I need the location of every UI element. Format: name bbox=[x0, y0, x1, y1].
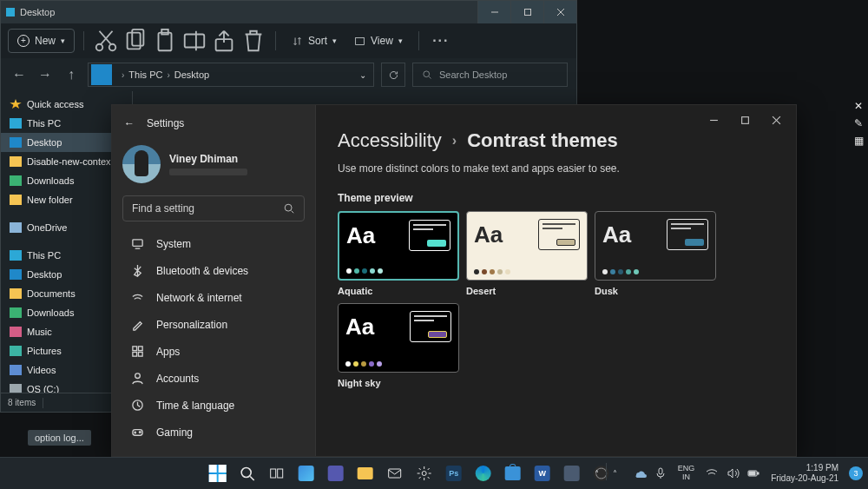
explorer-minimize-button[interactable] bbox=[477, 1, 510, 23]
settings-nav-gaming[interactable]: Gaming bbox=[122, 419, 305, 446]
close-icon[interactable]: ✕ bbox=[852, 100, 865, 114]
svg-rect-43 bbox=[749, 472, 755, 475]
forward-button[interactable]: → bbox=[36, 65, 55, 84]
store-icon[interactable] bbox=[500, 460, 526, 486]
theme-aquatic[interactable]: Aa bbox=[338, 211, 459, 281]
find-setting-input[interactable]: Find a setting bbox=[122, 195, 305, 221]
mail-icon[interactable] bbox=[382, 460, 408, 486]
breadcrumb-accessibility[interactable]: Accessibility bbox=[338, 129, 442, 152]
taskbar-search-icon[interactable] bbox=[234, 460, 260, 486]
explorer-search-input[interactable]: Search Desktop bbox=[412, 63, 568, 87]
settings-close-button[interactable] bbox=[761, 110, 791, 129]
svg-rect-28 bbox=[133, 352, 137, 356]
settings-breadcrumb: Accessibility › Contrast themes bbox=[338, 129, 773, 152]
explorer-toolbar: + New ▾ Sort ▾ View ▾ ··· bbox=[1, 23, 576, 58]
settings-nav-time[interactable]: Time & language bbox=[122, 392, 305, 419]
paste-icon[interactable] bbox=[152, 28, 178, 54]
onedrive-tray-icon[interactable] bbox=[633, 466, 647, 480]
theme-desert[interactable]: Aa bbox=[466, 211, 588, 281]
svg-point-16 bbox=[424, 71, 430, 77]
plus-icon: + bbox=[17, 35, 30, 47]
settings-nav-accounts[interactable]: Accounts bbox=[122, 365, 305, 392]
chevron-down-icon[interactable]: ⌄ bbox=[359, 70, 366, 80]
theme-preview-grid: Aa Aquatic Aa Desert Aa Dusk bbox=[338, 211, 720, 388]
copy-icon[interactable] bbox=[122, 28, 148, 54]
settings-minimize-button[interactable] bbox=[699, 110, 728, 129]
share-icon[interactable] bbox=[211, 28, 237, 54]
more-icon[interactable]: ··· bbox=[428, 28, 454, 54]
settings-nav-bluetooth[interactable]: Bluetooth & devices bbox=[122, 257, 305, 284]
settings-icon[interactable] bbox=[411, 460, 437, 486]
notification-badge[interactable]: 3 bbox=[849, 466, 863, 480]
tray-overflow-icon[interactable]: ˄ bbox=[590, 463, 604, 484]
chevron-right-icon: › bbox=[452, 133, 457, 149]
settings-sidebar: ← Settings Viney Dhiman Find a setting S… bbox=[112, 105, 315, 456]
taskbar-tray: ˄ ˄ ENGIN 1:19 PM Friday-20-Aug-21 3 bbox=[590, 463, 863, 484]
sort-label: Sort bbox=[308, 35, 327, 47]
task-view-icon[interactable] bbox=[264, 460, 290, 486]
delete-icon[interactable] bbox=[240, 28, 266, 54]
breadcrumb-desktop[interactable]: Desktop bbox=[174, 69, 209, 80]
breadcrumb-contrast-themes: Contrast themes bbox=[467, 129, 618, 152]
view-label: View bbox=[371, 35, 393, 47]
theme-label-aquatic: Aquatic bbox=[338, 286, 459, 296]
back-button[interactable]: ← bbox=[10, 65, 29, 84]
rename-icon[interactable] bbox=[181, 28, 207, 54]
explorer-maximize-button[interactable] bbox=[510, 1, 543, 23]
photoshop-icon[interactable]: Ps bbox=[441, 460, 467, 486]
wifi-icon[interactable] bbox=[705, 466, 719, 480]
svg-line-6 bbox=[101, 31, 112, 44]
settings-title: Settings bbox=[147, 117, 184, 129]
theme-night-sky[interactable]: Aa bbox=[338, 303, 459, 373]
teams-icon[interactable] bbox=[323, 460, 349, 486]
settings-maximize-button[interactable] bbox=[730, 110, 760, 129]
theme-label-dusk: Dusk bbox=[595, 286, 716, 296]
svg-rect-12 bbox=[185, 35, 205, 48]
microphone-icon[interactable] bbox=[654, 466, 667, 480]
svg-rect-42 bbox=[758, 472, 760, 474]
volume-icon[interactable] bbox=[726, 466, 740, 480]
settings-back-button[interactable]: ← Settings bbox=[122, 117, 305, 129]
theme-label-desert: Desert bbox=[466, 286, 588, 296]
svg-point-4 bbox=[96, 44, 103, 51]
explorer-icon[interactable] bbox=[352, 460, 378, 486]
search-icon bbox=[422, 69, 432, 80]
sort-button[interactable]: Sort ▾ bbox=[285, 29, 344, 53]
tools-icon[interactable]: ✎ bbox=[852, 117, 865, 131]
chevron-down-icon: ▾ bbox=[398, 36, 403, 45]
new-button[interactable]: + New ▾ bbox=[8, 29, 75, 53]
grid-icon[interactable]: ▦ bbox=[852, 135, 865, 149]
status-item-count: 8 items bbox=[8, 398, 36, 407]
screenshot-tool-handles[interactable]: ✕ ✎ ▦ bbox=[852, 100, 865, 149]
address-bar[interactable]: › This PC › Desktop ⌄ bbox=[88, 63, 374, 87]
view-button[interactable]: View ▾ bbox=[347, 29, 410, 53]
edge-icon[interactable] bbox=[470, 460, 496, 486]
explorer-close-button[interactable] bbox=[543, 1, 576, 23]
settings-nav-network[interactable]: Network & internet bbox=[122, 284, 305, 311]
word-icon[interactable]: W bbox=[529, 460, 556, 486]
widgets-icon[interactable] bbox=[293, 460, 319, 486]
explorer-titlebar[interactable]: Desktop bbox=[1, 1, 576, 23]
tray-chevron-icon[interactable]: ˄ bbox=[608, 463, 622, 484]
paint-icon[interactable] bbox=[559, 460, 585, 486]
language-indicator[interactable]: ENGIN bbox=[678, 465, 695, 482]
up-button[interactable]: ↑ bbox=[62, 65, 81, 84]
settings-profile[interactable]: Viney Dhiman bbox=[122, 145, 305, 183]
theme-dusk[interactable]: Aa bbox=[595, 211, 716, 281]
cut-icon[interactable] bbox=[93, 28, 119, 54]
explorer-address-row: ← → ↑ › This PC › Desktop ⌄ Search Deskt… bbox=[1, 58, 576, 91]
settings-nav-personalization[interactable]: Personalization bbox=[122, 311, 305, 338]
settings-window: ← Settings Viney Dhiman Find a setting S… bbox=[111, 104, 797, 457]
avatar bbox=[122, 145, 161, 183]
search-placeholder: Search Desktop bbox=[439, 69, 507, 80]
settings-nav-system[interactable]: System bbox=[122, 230, 305, 257]
svg-point-33 bbox=[139, 432, 141, 433]
clock[interactable]: 1:19 PM Friday-20-Aug-21 bbox=[771, 463, 838, 484]
battery-icon[interactable] bbox=[746, 466, 760, 480]
taskbar: Ps W ˄ ˄ ENGIN 1:19 PM Friday-20-Aug-21 … bbox=[0, 457, 868, 489]
settings-nav-apps[interactable]: Apps bbox=[122, 338, 305, 365]
start-button[interactable] bbox=[205, 460, 231, 486]
svg-line-7 bbox=[100, 31, 111, 44]
breadcrumb-thispc[interactable]: This PC bbox=[128, 69, 162, 80]
refresh-button[interactable] bbox=[381, 63, 405, 87]
